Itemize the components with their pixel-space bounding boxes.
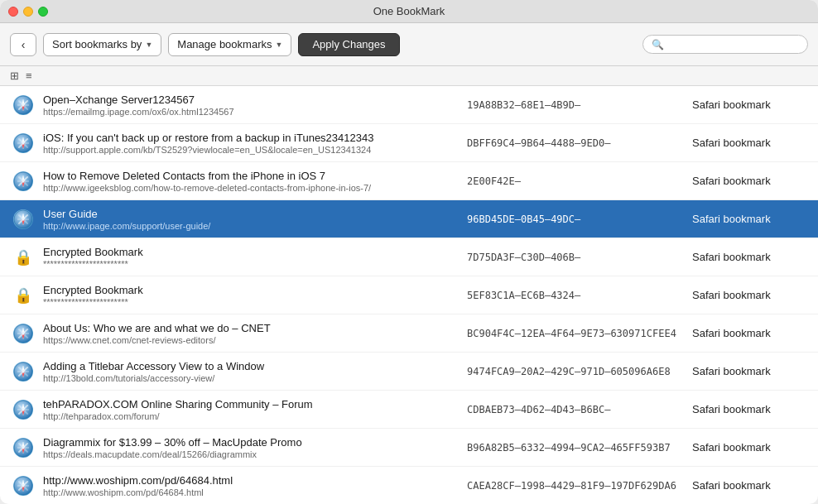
svg-point-30 <box>14 401 32 419</box>
svg-point-25 <box>14 362 32 381</box>
svg-point-15 <box>14 210 32 228</box>
table-row[interactable]: http://www.woshipm.com/pd/64684.htmlhttp… <box>0 467 818 504</box>
apply-button[interactable]: Apply Changes <box>298 33 399 56</box>
bookmark-info: Adding a Titlebar Accessory View to a Wi… <box>36 360 460 383</box>
bookmark-url: https://www.cnet.com/cnet-reviews-editor… <box>43 335 454 345</box>
svg-point-20 <box>14 324 32 343</box>
bookmark-list: Open–Xchange Server1234567https://emailm… <box>0 86 818 504</box>
list-view-icon[interactable]: ≡ <box>26 70 32 82</box>
bookmark-url: http://tehparadox.com/forum/ <box>43 411 454 421</box>
bookmark-title: Encrypted Bookmark <box>43 284 454 296</box>
svg-point-40 <box>14 477 32 495</box>
bookmark-url: http://www.igeeksblog.com/how-to-remove-… <box>43 183 454 193</box>
bookmark-url: https://deals.macupdate.com/deal/15266/d… <box>43 449 454 459</box>
bookmark-uuid: B96A82B5–6332–4994–9CA2–465FF593B7 <box>460 442 692 454</box>
bookmark-title: Open–Xchange Server1234567 <box>43 94 454 106</box>
safari-icon <box>13 95 33 115</box>
bookmark-url: http://www.ipage.com/support/user-guide/ <box>43 221 454 231</box>
close-button[interactable] <box>8 7 18 17</box>
bookmark-source: Safari bookmark <box>692 137 808 149</box>
bookmark-icon-wrap <box>10 95 36 115</box>
bookmark-uuid: 19A88B32–68E1–4B9D– <box>460 99 692 111</box>
back-icon: ‹ <box>22 38 26 51</box>
bookmark-source: Safari bookmark <box>692 175 808 187</box>
table-row[interactable]: About Us: Who we are and what we do – CN… <box>0 314 818 353</box>
table-row[interactable]: Open–Xchange Server1234567https://emailm… <box>0 86 818 124</box>
table-row[interactable]: iOS: If you can't back up or restore fro… <box>0 124 818 162</box>
bookmark-uuid: CAEA28CF–1998–4429–81F9–197DF629DA6 <box>460 480 692 492</box>
safari-icon <box>13 476 33 496</box>
traffic-lights <box>8 7 48 17</box>
bookmark-title: Adding a Titlebar Accessory View to a Wi… <box>43 360 454 372</box>
lock-icon: 🔒 <box>13 286 33 305</box>
bookmark-source: Safari bookmark <box>692 289 808 301</box>
search-input[interactable] <box>668 38 801 50</box>
search-box: 🔍 <box>642 35 808 54</box>
bookmark-icon-wrap <box>10 171 36 191</box>
sort-button[interactable]: Sort bookmarks by ▼ <box>43 33 161 56</box>
apply-label: Apply Changes <box>312 38 385 50</box>
table-row[interactable]: User Guidehttp://www.ipage.com/support/u… <box>0 200 818 238</box>
bookmark-source: Safari bookmark <box>692 479 808 492</box>
lock-icon: 🔒 <box>13 247 33 267</box>
grid-view-icon[interactable]: ⊞ <box>10 70 19 82</box>
bookmark-url: ************************ <box>43 297 454 307</box>
bookmark-title: User Guide <box>43 208 454 220</box>
bookmark-uuid: CDBAEB73–4D62–4D43–B6BC– <box>460 404 692 415</box>
bookmark-title: Encrypted Bookmark <box>43 246 454 258</box>
bookmark-title: tehPARADOX.COM Online Sharing Community … <box>43 398 454 410</box>
bookmark-info: tehPARADOX.COM Online Sharing Community … <box>36 398 460 421</box>
bookmark-uuid: 96BD45DE–0B45–49DC– <box>460 214 692 225</box>
svg-point-10 <box>14 172 32 190</box>
table-row[interactable]: 🔒Encrypted Bookmark*********************… <box>0 276 818 314</box>
table-row[interactable]: 🔒Encrypted Bookmark*********************… <box>0 238 818 276</box>
bookmark-icon-wrap <box>10 476 36 496</box>
svg-point-5 <box>14 134 32 152</box>
bookmark-source: Safari bookmark <box>692 327 808 339</box>
table-row[interactable]: Adding a Titlebar Accessory View to a Wi… <box>0 353 818 391</box>
manage-label: Manage bookmarks <box>177 38 272 50</box>
view-controls: ⊞ ≡ <box>0 66 818 86</box>
bookmark-icon-wrap <box>10 362 36 382</box>
bookmark-uuid: 9474FCA9–20A2–429C–971D–605096A6E8 <box>460 366 692 377</box>
bookmark-info: Encrypted Bookmark**********************… <box>36 246 460 269</box>
bookmark-icon-wrap: 🔒 <box>10 247 36 267</box>
bookmark-info: Diagrammix for $13.99 – 30% off – MacUpd… <box>36 436 460 459</box>
bookmark-uuid: DBFF69C4–9B64–4488–9ED0– <box>460 137 692 149</box>
bookmark-info: iOS: If you can't back up or restore fro… <box>36 132 460 155</box>
bookmark-icon-wrap <box>10 133 36 153</box>
table-row[interactable]: Diagrammix for $13.99 – 30% off – MacUpd… <box>0 429 818 467</box>
bookmark-source: Safari bookmark <box>692 365 808 377</box>
manage-button[interactable]: Manage bookmarks ▼ <box>168 33 291 56</box>
table-row[interactable]: How to Remove Deleted Contacts from the … <box>0 162 818 200</box>
bookmark-icon-wrap <box>10 324 36 343</box>
bookmark-source: Safari bookmark <box>692 441 808 454</box>
bookmark-url: http://support.apple.com/kb/TS2529?viewl… <box>43 145 454 155</box>
bookmark-title: Diagrammix for $13.99 – 30% off – MacUpd… <box>43 436 454 449</box>
bookmark-url: ************************ <box>43 259 454 269</box>
bookmark-source: Safari bookmark <box>692 403 808 415</box>
bookmark-info: About Us: Who we are and what we do – CN… <box>36 322 460 345</box>
bookmark-url: http://13bold.com/tutorials/accessory-vi… <box>43 373 454 383</box>
title-bar: One BookMark <box>0 0 818 23</box>
safari-icon <box>13 324 33 343</box>
toolbar: ‹ Sort bookmarks by ▼ Manage bookmarks ▼… <box>0 23 818 66</box>
bookmark-icon-wrap: 🔒 <box>10 286 36 305</box>
safari-icon <box>13 438 33 458</box>
bookmark-uuid: 5EF83C1A–EC6B–4324– <box>460 290 692 301</box>
svg-point-0 <box>14 96 32 114</box>
search-icon: 🔍 <box>652 39 664 50</box>
sort-label: Sort bookmarks by <box>52 38 142 50</box>
bookmark-url: http://www.woshipm.com/pd/64684.html <box>43 487 454 497</box>
fullscreen-button[interactable] <box>38 7 48 17</box>
back-button[interactable]: ‹ <box>10 33 36 56</box>
table-row[interactable]: tehPARADOX.COM Online Sharing Community … <box>0 391 818 429</box>
bookmark-source: Safari bookmark <box>692 251 808 263</box>
bookmark-info: Encrypted Bookmark**********************… <box>36 284 460 307</box>
manage-arrow-icon: ▼ <box>275 41 282 49</box>
bookmark-info: How to Remove Deleted Contacts from the … <box>36 170 460 193</box>
safari-icon <box>13 133 33 153</box>
safari-icon <box>13 209 33 229</box>
minimize-button[interactable] <box>23 7 33 17</box>
bookmark-source: Safari bookmark <box>692 213 808 225</box>
